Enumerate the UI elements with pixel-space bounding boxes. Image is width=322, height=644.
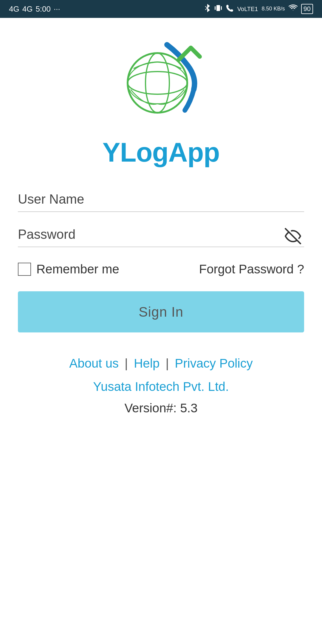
svg-point-5 bbox=[128, 62, 187, 104]
password-input[interactable] bbox=[18, 227, 304, 242]
app-title: YLogApp bbox=[103, 137, 220, 168]
svg-point-4 bbox=[128, 72, 187, 94]
svg-rect-0 bbox=[216, 5, 220, 11]
remember-left: Remember me bbox=[18, 262, 119, 276]
version-text: Version#: 5.3 bbox=[124, 401, 197, 415]
login-form: Remember me Forgot Password ? Sign In bbox=[18, 192, 304, 356]
remember-row: Remember me Forgot Password ? bbox=[18, 262, 304, 276]
forgot-password-link[interactable]: Forgot Password ? bbox=[199, 262, 304, 276]
username-input[interactable] bbox=[18, 192, 304, 207]
battery-indicator: 90 bbox=[301, 4, 313, 14]
about-us-link[interactable]: About us bbox=[69, 356, 119, 371]
bluetooth-icon bbox=[204, 4, 210, 14]
call-icon bbox=[226, 4, 234, 14]
svg-rect-1 bbox=[215, 6, 216, 10]
status-dots: ··· bbox=[54, 4, 60, 14]
vibrate-icon bbox=[214, 4, 222, 14]
status-right: VoLTE1 8.50 KB/s 90 bbox=[204, 4, 313, 14]
toggle-password-icon[interactable] bbox=[285, 228, 301, 246]
separator-1: | bbox=[125, 356, 128, 371]
footer-links: About us | Help | Privacy Policy bbox=[69, 356, 253, 371]
company-name[interactable]: Yusata Infotech Pvt. Ltd. bbox=[93, 380, 229, 394]
main-content: YLogApp Remember me Forgot Passwor bbox=[0, 18, 322, 433]
speed-indicator: 8.50 KB/s bbox=[261, 6, 285, 12]
signal-4g-2: 4G bbox=[22, 4, 33, 14]
logo-container bbox=[119, 42, 203, 119]
status-bar: 4G 4G 5:00 ··· VoLTE1 8.50 KB/s bbox=[0, 0, 322, 18]
svg-rect-2 bbox=[221, 6, 222, 10]
privacy-policy-link[interactable]: Privacy Policy bbox=[175, 356, 253, 371]
signin-button[interactable]: Sign In bbox=[18, 291, 304, 332]
remember-me-checkbox[interactable] bbox=[18, 263, 31, 276]
wifi-icon bbox=[289, 4, 298, 14]
signal-4g-1: 4G bbox=[9, 4, 19, 14]
help-link[interactable]: Help bbox=[134, 356, 160, 371]
app-logo bbox=[119, 42, 203, 119]
username-field bbox=[18, 192, 304, 212]
status-left: 4G 4G 5:00 ··· bbox=[9, 4, 60, 14]
separator-2: | bbox=[165, 356, 169, 371]
status-time: 5:00 bbox=[35, 4, 51, 14]
password-field bbox=[18, 227, 304, 247]
lte-icon: VoLTE1 bbox=[237, 6, 258, 13]
remember-me-label: Remember me bbox=[36, 262, 119, 276]
